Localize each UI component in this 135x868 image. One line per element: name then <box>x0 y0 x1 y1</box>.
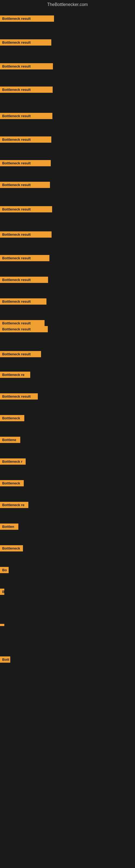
bottleneck-result-item <box>0 624 4 626</box>
bottleneck-result-item: Bottleneck re <box>0 372 30 378</box>
bottleneck-result-item: Bottleneck result <box>0 351 41 357</box>
bottleneck-result-item: Bottleneck result <box>0 231 52 238</box>
site-title: TheBottlenecker.com <box>0 0 135 9</box>
bottleneck-result-item: Bottleneck result <box>0 320 45 326</box>
bottleneck-result-item: Bottlen <box>0 524 18 530</box>
bottleneck-result-item: Bottlene <box>0 437 20 443</box>
bottleneck-result-item: Bottleneck re <box>0 502 28 508</box>
bottleneck-result-item: Bottleneck r <box>0 458 26 465</box>
bottleneck-result-item: Bottleneck result <box>0 393 38 400</box>
bottleneck-result-item: Bottleneck <box>0 415 24 421</box>
bottleneck-result-item: Bottleneck result <box>0 182 50 188</box>
bottleneck-result-item: Bottleneck result <box>0 113 52 119</box>
bottleneck-result-item: B <box>0 589 4 595</box>
bottleneck-result-item: Bottleneck result <box>0 255 49 261</box>
bottleneck-result-item: Bottleneck result <box>0 299 46 305</box>
bottleneck-result-item: Bottleneck result <box>0 326 48 332</box>
bottleneck-result-item: Bottleneck result <box>0 160 51 166</box>
bottleneck-result-item: Bottleneck result <box>0 39 51 45</box>
bottleneck-result-item: Bo <box>0 567 9 573</box>
bottleneck-result-item: Bottleneck result <box>0 277 48 283</box>
bottleneck-result-item: Bottleneck result <box>0 87 53 93</box>
bottleneck-result-item: Bottleneck <box>0 545 23 552</box>
bottleneck-result-item: Bottleneck <box>0 480 24 486</box>
bottleneck-result-item: Bottleneck result <box>0 206 52 212</box>
bottleneck-result-item: Bottleneck result <box>0 16 54 22</box>
bottleneck-result-item: Bott <box>0 656 10 663</box>
bottleneck-result-item: Bottleneck result <box>0 63 53 69</box>
bottleneck-result-item: Bottleneck result <box>0 136 51 143</box>
